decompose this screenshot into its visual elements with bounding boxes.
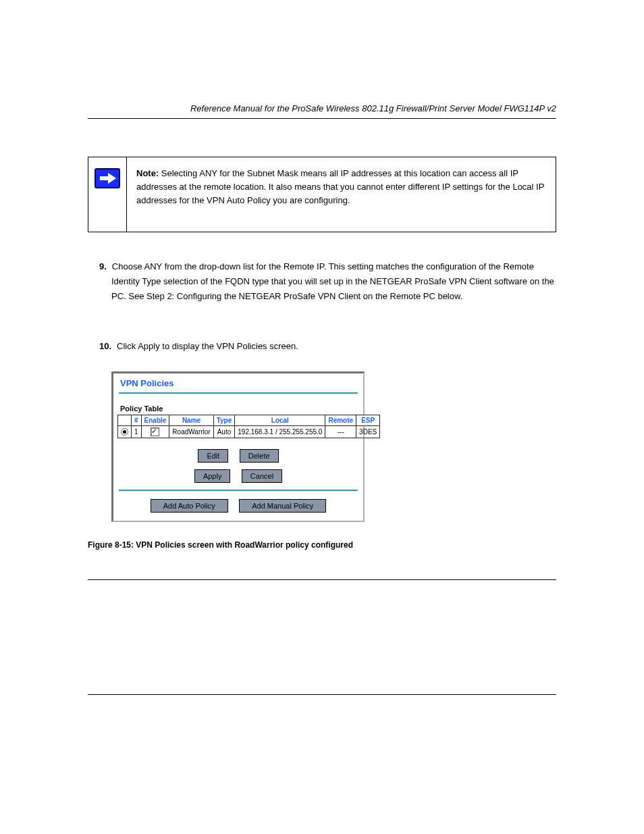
step-number: 10. bbox=[99, 341, 111, 351]
col-select bbox=[118, 415, 132, 426]
edit-button[interactable]: Edit bbox=[198, 449, 228, 463]
page-header-title: Reference Manual for the ProSafe Wireles… bbox=[190, 103, 556, 113]
panel-rule bbox=[119, 392, 358, 394]
cell-number: 1 bbox=[132, 426, 142, 438]
col-local: Local bbox=[235, 415, 325, 426]
table-header-row: # Enable Name Type Local Remote ESP bbox=[118, 415, 380, 426]
step-10-text: Click Apply to display the VPN Policies … bbox=[117, 341, 298, 351]
add-auto-policy-button[interactable]: Add Auto Policy bbox=[151, 499, 228, 513]
cancel-button[interactable]: Cancel bbox=[242, 469, 282, 483]
note-text: Note: Selecting ANY for the Subnet Mask … bbox=[127, 157, 556, 232]
note-box: Note: Selecting ANY for the Subnet Mask … bbox=[88, 157, 556, 232]
figure-caption: Figure 8-15: VPN Policies screen with Ro… bbox=[88, 540, 353, 550]
table-row: 1 RoadWarrior Auto 192.168.3.1 / 255.255… bbox=[118, 426, 380, 438]
vpn-policies-screenshot: VPN Policies Policy Table # Enable Name … bbox=[111, 371, 365, 522]
policy-table-heading: Policy Table bbox=[120, 405, 359, 413]
col-name: Name bbox=[169, 415, 213, 426]
add-manual-policy-button[interactable]: Add Manual Policy bbox=[239, 499, 326, 513]
cell-local: 192.168.3.1 / 255.255.255.0 bbox=[235, 426, 325, 438]
apply-button[interactable]: Apply bbox=[194, 469, 231, 483]
note-label: Note: bbox=[136, 168, 159, 178]
rule-1 bbox=[88, 579, 556, 580]
rule-2 bbox=[88, 694, 556, 695]
step-9: 9.Choose ANY from the drop-down list for… bbox=[111, 259, 556, 304]
col-remote: Remote bbox=[325, 415, 356, 426]
header-rule bbox=[88, 118, 556, 119]
delete-button[interactable]: Delete bbox=[240, 449, 279, 463]
cell-type: Auto bbox=[213, 426, 235, 438]
panel-rule-bottom bbox=[119, 490, 358, 491]
row-select-radio[interactable] bbox=[121, 428, 128, 436]
row-enable-checkbox[interactable] bbox=[151, 427, 159, 436]
cell-remote: --- bbox=[325, 426, 356, 438]
step-10: 10.Click Apply to display the VPN Polici… bbox=[111, 339, 556, 354]
col-esp: ESP bbox=[356, 415, 380, 426]
note-body: Selecting ANY for the Subnet Mask means … bbox=[136, 168, 544, 205]
panel-title: VPN Policies bbox=[120, 378, 359, 388]
arrow-right-icon bbox=[95, 168, 120, 188]
col-enable: Enable bbox=[141, 415, 169, 426]
col-type: Type bbox=[213, 415, 235, 426]
step-number: 9. bbox=[99, 261, 107, 271]
step-9-text: Choose ANY from the drop-down list for t… bbox=[111, 261, 554, 301]
cell-name: RoadWarrior bbox=[169, 426, 213, 438]
note-icon-cell bbox=[88, 157, 127, 232]
policy-table: # Enable Name Type Local Remote ESP 1 Ro… bbox=[117, 415, 380, 438]
svg-marker-0 bbox=[100, 173, 116, 184]
cell-esp: 3DES bbox=[356, 426, 380, 438]
col-number: # bbox=[132, 415, 142, 426]
